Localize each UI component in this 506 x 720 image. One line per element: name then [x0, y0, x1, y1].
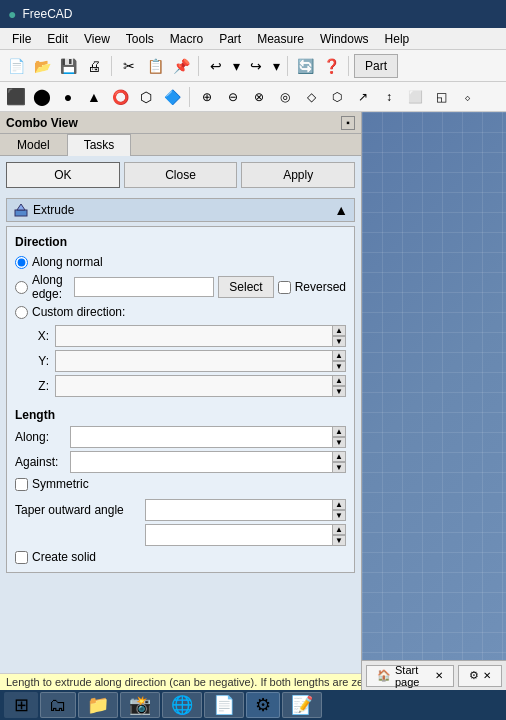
- tab-tasks[interactable]: Tasks: [67, 134, 132, 156]
- tool7-btn[interactable]: ⬜: [403, 85, 427, 109]
- tool1-btn[interactable]: ⬡: [134, 85, 158, 109]
- cone-btn[interactable]: ▲: [82, 85, 106, 109]
- fillet-btn[interactable]: ◎: [273, 85, 297, 109]
- tool2-btn[interactable]: 🔷: [160, 85, 184, 109]
- custom-direction-radio[interactable]: [15, 306, 28, 319]
- z-spin-down[interactable]: ▼: [332, 386, 346, 397]
- redo-dropdown[interactable]: ▾: [270, 54, 282, 78]
- taper-spin-down-2[interactable]: ▼: [332, 535, 346, 546]
- paste-btn[interactable]: 📌: [169, 54, 193, 78]
- taskbar-app-folder[interactable]: 📁: [78, 692, 118, 718]
- tool4-btn[interactable]: ⬡: [325, 85, 349, 109]
- z-spin-up[interactable]: ▲: [332, 375, 346, 386]
- close-button[interactable]: Close: [124, 162, 238, 188]
- y-spin-down[interactable]: ▼: [332, 361, 346, 372]
- panel-content: OK Close Apply Extrude ▲ Direc: [0, 156, 361, 673]
- select-button[interactable]: Select: [218, 276, 273, 298]
- sphere-btn[interactable]: ●: [56, 85, 80, 109]
- apply-button[interactable]: Apply: [241, 162, 355, 188]
- taskbar-app-browser[interactable]: 🌐: [162, 692, 202, 718]
- title-bar: ● FreeCAD: [0, 0, 506, 28]
- refresh-btn[interactable]: 🔄: [293, 54, 317, 78]
- against-spin-down[interactable]: ▼: [332, 462, 346, 473]
- section-collapse-icon[interactable]: ▲: [334, 202, 348, 218]
- x-spin-up[interactable]: ▲: [332, 325, 346, 336]
- custom-direction-label: Custom direction:: [32, 305, 125, 319]
- combo-restore-btn[interactable]: ▪: [341, 116, 355, 130]
- menu-measure[interactable]: Measure: [249, 30, 312, 48]
- y-input[interactable]: 0.00: [55, 350, 346, 372]
- new-file-btn[interactable]: 📄: [4, 54, 28, 78]
- tool6-btn[interactable]: ↕: [377, 85, 401, 109]
- taper-spin-down-1[interactable]: ▼: [332, 510, 346, 521]
- start-button[interactable]: ⊞: [4, 692, 38, 718]
- create-solid-checkbox[interactable]: [15, 551, 28, 564]
- torus-btn[interactable]: ⭕: [108, 85, 132, 109]
- part-button[interactable]: Part: [354, 54, 398, 78]
- against-row: Against: 0.00 mm ▲ ▼: [15, 451, 346, 473]
- undo-dropdown[interactable]: ▾: [230, 54, 242, 78]
- toolbar-2: ⬛ ⬤ ● ▲ ⭕ ⬡ 🔷 ⊕ ⊖ ⊗ ◎ ◇ ⬡ ↗ ↕ ⬜ ◱ ⬦: [0, 82, 506, 112]
- open-btn[interactable]: 📂: [30, 54, 54, 78]
- viewport[interactable]: [362, 112, 506, 660]
- reversed-checkbox[interactable]: [278, 281, 291, 294]
- start-page-tab[interactable]: 🏠 Start page ✕: [366, 665, 454, 687]
- menu-tools[interactable]: Tools: [118, 30, 162, 48]
- y-spin-up[interactable]: ▲: [332, 350, 346, 361]
- tool9-btn[interactable]: ⬦: [455, 85, 479, 109]
- tooltip-text: Length to extrude along direction (can b…: [6, 676, 361, 688]
- bool3-btn[interactable]: ⊗: [247, 85, 271, 109]
- along-edge-radio[interactable]: [15, 281, 28, 294]
- x-input[interactable]: 0.00: [55, 325, 346, 347]
- bool2-btn[interactable]: ⊖: [221, 85, 245, 109]
- along-normal-radio[interactable]: [15, 256, 28, 269]
- start-page-close[interactable]: ✕: [435, 670, 443, 681]
- taskbar-app-camera[interactable]: 📸: [120, 692, 160, 718]
- menu-part[interactable]: Part: [211, 30, 249, 48]
- menu-edit[interactable]: Edit: [39, 30, 76, 48]
- save-btn[interactable]: 💾: [56, 54, 80, 78]
- z-input[interactable]: 1.00: [55, 375, 346, 397]
- along-edge-input[interactable]: [74, 277, 214, 297]
- along-spin-up[interactable]: ▲: [332, 426, 346, 437]
- menu-file[interactable]: File: [4, 30, 39, 48]
- ok-button[interactable]: OK: [6, 162, 120, 188]
- freecad-tab-close[interactable]: ✕: [483, 670, 491, 681]
- taper-input-2[interactable]: 0.00 °: [145, 524, 346, 546]
- 3d-box-btn[interactable]: ⬛: [4, 85, 28, 109]
- redo-btn[interactable]: ↪: [244, 54, 268, 78]
- cylinder-btn[interactable]: ⬤: [30, 85, 54, 109]
- freecad-tab[interactable]: ⚙ ✕: [458, 665, 502, 687]
- menu-help[interactable]: Help: [377, 30, 418, 48]
- taskbar-app-explorer[interactable]: 🗂: [40, 692, 76, 718]
- tool8-btn[interactable]: ◱: [429, 85, 453, 109]
- tool5-btn[interactable]: ↗: [351, 85, 375, 109]
- along-spin-down[interactable]: ▼: [332, 437, 346, 448]
- symmetric-checkbox[interactable]: [15, 478, 28, 491]
- taper-input-1[interactable]: 0.00 °: [145, 499, 346, 521]
- menu-windows[interactable]: Windows: [312, 30, 377, 48]
- x-spin-down[interactable]: ▼: [332, 336, 346, 347]
- taskbar-app-freecad[interactable]: ⚙: [246, 692, 280, 718]
- against-spin-up[interactable]: ▲: [332, 451, 346, 462]
- along-spin-btns: ▲ ▼: [332, 426, 346, 448]
- taper-spin-up-2[interactable]: ▲: [332, 524, 346, 535]
- taper-spin-up-1[interactable]: ▲: [332, 499, 346, 510]
- along-input[interactable]: 90 mm: [70, 426, 346, 448]
- taskbar-app-notes[interactable]: 📄: [204, 692, 244, 718]
- combo-view-header: Combo View ▪: [0, 112, 361, 134]
- against-spin-btns: ▲ ▼: [332, 451, 346, 473]
- cut-btn[interactable]: ✂: [117, 54, 141, 78]
- undo-btn[interactable]: ↩: [204, 54, 228, 78]
- copy-btn[interactable]: 📋: [143, 54, 167, 78]
- tool3-btn[interactable]: ◇: [299, 85, 323, 109]
- menu-macro[interactable]: Macro: [162, 30, 211, 48]
- tab-model[interactable]: Model: [0, 134, 67, 155]
- against-input[interactable]: 0.00 mm: [70, 451, 346, 473]
- taskbar-app-word[interactable]: 📝: [282, 692, 322, 718]
- bool1-btn[interactable]: ⊕: [195, 85, 219, 109]
- taper-label: Taper outward angle: [15, 503, 145, 517]
- menu-view[interactable]: View: [76, 30, 118, 48]
- help-btn[interactable]: ❓: [319, 54, 343, 78]
- print-btn[interactable]: 🖨: [82, 54, 106, 78]
